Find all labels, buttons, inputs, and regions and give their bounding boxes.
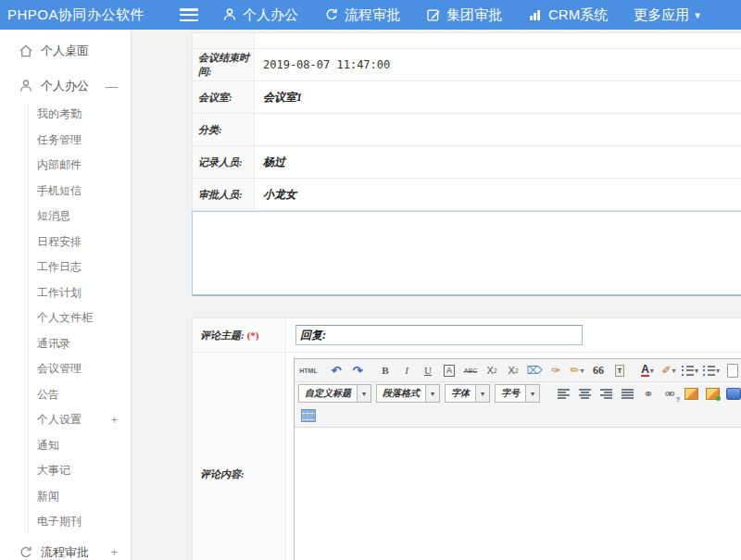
eraser-button[interactable]: ⌦ bbox=[524, 361, 545, 380]
superscript-button[interactable]: X2 bbox=[482, 361, 502, 380]
format-brush-button[interactable]: ✑ bbox=[546, 361, 566, 380]
comment-subject-label: 评论主题: (*) bbox=[193, 318, 286, 352]
align-center-button[interactable] bbox=[574, 384, 595, 403]
nav-personal-office[interactable]: 个人办公 bbox=[222, 6, 298, 24]
subscript-button[interactable]: X2 bbox=[503, 361, 523, 380]
form-row: 会议室: 会议室1 bbox=[193, 81, 741, 114]
custom-title-select[interactable]: 自定义标题▾ bbox=[298, 384, 371, 403]
caret-down-icon: ▾ bbox=[525, 385, 539, 402]
nav-label: 集团审批 bbox=[446, 6, 502, 24]
caret-down-icon: ▾ bbox=[695, 367, 698, 375]
form-row: 分类: bbox=[193, 114, 741, 146]
font-family-select[interactable]: 字体▾ bbox=[445, 384, 490, 403]
paste-text-button[interactable]: T bbox=[609, 361, 630, 380]
sidebar-subitem[interactable]: 个人文件柜 bbox=[0, 305, 131, 331]
ordered-list-button[interactable]: ▾ bbox=[680, 361, 700, 380]
italic-button[interactable]: I bbox=[396, 361, 417, 380]
sidebar-subitem[interactable]: 我的考勤 bbox=[0, 102, 131, 128]
app-logo: PHPOA协同办公软件 bbox=[0, 6, 180, 24]
comment-content-textarea[interactable] bbox=[295, 427, 741, 560]
html-source-button[interactable]: HTML bbox=[298, 361, 319, 380]
form-field-label: 会议室: bbox=[193, 81, 255, 113]
highlight-color-button[interactable]: ✐▾ bbox=[659, 361, 679, 380]
align-left-button[interactable] bbox=[553, 384, 573, 403]
insert-media-button[interactable] bbox=[723, 384, 741, 403]
align-justify-icon bbox=[622, 389, 634, 399]
sidebar-subitem[interactable]: 工作计划 bbox=[0, 280, 131, 306]
form-field-label bbox=[193, 33, 255, 48]
sidebar-item-workflow-approval[interactable]: 流程审批 + bbox=[0, 539, 131, 560]
sidebar-subitem-label: 短消息 bbox=[37, 208, 70, 224]
sidebar-subitem-label: 内部邮件 bbox=[37, 157, 82, 173]
editor-toolbar-row-3 bbox=[295, 404, 741, 427]
sidebar-subitem[interactable]: 通讯录 bbox=[0, 331, 131, 357]
blank-page-icon bbox=[727, 364, 738, 378]
sidebar-subitem[interactable]: 公告 bbox=[0, 382, 131, 408]
expand-toggle[interactable]: + bbox=[111, 414, 118, 427]
align-justify-button[interactable] bbox=[617, 384, 637, 403]
underline-button[interactable]: U bbox=[418, 361, 438, 380]
hamburger-menu-icon[interactable] bbox=[180, 8, 198, 21]
nav-crm-system[interactable]: CRM系统 bbox=[528, 6, 608, 24]
nav-label: 流程审批 bbox=[345, 6, 400, 24]
sidebar-subitem[interactable]: 新闻 bbox=[0, 484, 131, 510]
font-color-icon: A bbox=[641, 364, 649, 377]
image-icon bbox=[684, 388, 698, 400]
sidebar-subitem-label: 我的考勤 bbox=[37, 106, 82, 122]
collapse-toggle[interactable]: — bbox=[106, 80, 118, 93]
form-field-value bbox=[255, 114, 741, 145]
flow-icon bbox=[324, 7, 339, 22]
comment-subject-input[interactable] bbox=[295, 325, 583, 345]
strikethrough-button[interactable]: ABC bbox=[460, 361, 481, 380]
user-icon bbox=[222, 7, 237, 22]
sidebar-subitem[interactable]: 通知 bbox=[0, 433, 131, 459]
sidebar-subitem[interactable]: 任务管理 bbox=[0, 128, 131, 154]
bold-button[interactable]: B bbox=[375, 361, 396, 380]
caret-down-icon: ▾ bbox=[357, 385, 370, 402]
sidebar-subitem[interactable]: 日程安排 bbox=[0, 230, 131, 255]
home-icon bbox=[19, 44, 33, 58]
font-color-button[interactable]: A▾ bbox=[637, 361, 658, 380]
sidebar-subitem[interactable]: 会议管理 bbox=[0, 356, 131, 382]
undo-button[interactable]: ↶ bbox=[326, 361, 346, 380]
blockquote-button[interactable]: 66 bbox=[588, 361, 609, 380]
remove-link-button[interactable]: ⚮ bbox=[659, 384, 680, 403]
upload-image-button[interactable] bbox=[702, 384, 722, 403]
sidebar-sublist: 我的考勤 任务管理 内部邮件 手机短信 短消息 日程安排 工作日志 bbox=[0, 100, 131, 537]
field-label-text: 评论主题: bbox=[200, 329, 245, 342]
sidebar-subitem[interactable]: 内部邮件 bbox=[0, 153, 131, 179]
paragraph-format-select[interactable]: 段落格式▾ bbox=[376, 384, 440, 403]
caret-down-icon: ▾ bbox=[581, 367, 584, 375]
insert-table-button[interactable] bbox=[298, 406, 319, 425]
insert-link-button[interactable]: ⚭ bbox=[638, 384, 659, 403]
nav-group-approval[interactable]: 集团审批 bbox=[426, 6, 502, 24]
sidebar-item-personal-desktop[interactable]: 个人桌面 bbox=[0, 37, 131, 65]
sidebar-subitem[interactable]: 大事记 bbox=[0, 458, 131, 484]
caret-down-icon: ▾ bbox=[650, 367, 654, 375]
font-size-select[interactable]: 字号▾ bbox=[495, 384, 540, 403]
sidebar-subitem-label: 工作计划 bbox=[37, 285, 82, 301]
nav-more-apps[interactable]: 更多应用 ▾ bbox=[634, 6, 700, 24]
highlighter-icon: ✐ bbox=[661, 364, 671, 377]
sidebar-subitem-label: 会议管理 bbox=[37, 361, 82, 377]
image-upload-icon bbox=[706, 388, 720, 400]
sidebar-subitem[interactable]: 电子期刊 bbox=[0, 509, 131, 535]
sidebar-item-personal-office[interactable]: 个人办公 — bbox=[0, 72, 131, 100]
autoformat-button[interactable]: ✏▾ bbox=[567, 361, 587, 380]
font-style-button[interactable]: A bbox=[439, 361, 459, 380]
insert-image-button[interactable] bbox=[681, 384, 701, 403]
form-field-value: 杨过 bbox=[255, 146, 741, 178]
sidebar-subitem[interactable]: 短消息 bbox=[0, 204, 131, 230]
nav-workflow-approval[interactable]: 流程审批 bbox=[324, 6, 400, 24]
sidebar-subitem[interactable]: 个人设置 + bbox=[0, 407, 131, 433]
unordered-list-button[interactable]: ▾ bbox=[701, 361, 722, 380]
sidebar-subitem[interactable]: 手机短信 bbox=[0, 179, 131, 205]
caret-down-icon: ▾ bbox=[425, 385, 439, 402]
sidebar-subitem[interactable]: 工作日志 bbox=[0, 255, 131, 280]
new-page-button[interactable] bbox=[722, 361, 741, 380]
expand-toggle[interactable]: + bbox=[110, 545, 118, 559]
required-mark: (*) bbox=[247, 330, 259, 341]
sidebar-subitem-label: 个人设置 bbox=[37, 412, 82, 428]
align-right-button[interactable] bbox=[596, 384, 616, 403]
redo-button[interactable]: ↷ bbox=[347, 361, 368, 380]
